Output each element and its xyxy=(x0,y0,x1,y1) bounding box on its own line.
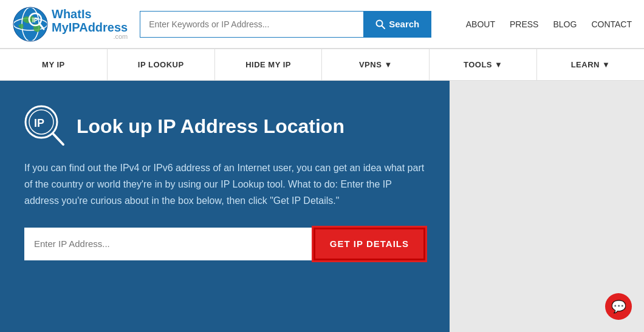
nav-tools[interactable]: TOOLS ▼ xyxy=(430,49,537,80)
svg-text:IP: IP xyxy=(32,17,38,24)
main-nav: MY IP IP LOOKUP HIDE MY IP VPNS ▼ TOOLS … xyxy=(0,49,644,81)
top-nav: ABOUT PRESS BLOG CONTACT xyxy=(466,19,632,29)
hero-description: If you can find out the IPv4 or IPv6 add… xyxy=(24,160,425,209)
search-input[interactable] xyxy=(140,11,363,38)
nav-learn[interactable]: LEARN ▼ xyxy=(537,49,644,80)
get-ip-details-button[interactable]: GET IP DETAILS xyxy=(313,228,425,260)
svg-line-8 xyxy=(382,25,385,29)
logo[interactable]: IP WhatIs MyIPAddress .com xyxy=(12,6,128,42)
nav-my-ip[interactable]: MY IP xyxy=(0,49,108,80)
ip-address-input[interactable] xyxy=(24,228,313,260)
search-bar: Search xyxy=(140,11,431,38)
nav-vpns[interactable]: VPNS ▼ xyxy=(322,49,430,80)
search-icon xyxy=(375,19,385,29)
logo-line1: WhatIs xyxy=(52,7,128,21)
hero-title: Look up IP Address Location xyxy=(77,115,344,138)
page-body: IP Look up IP Address Location If you ca… xyxy=(0,81,644,332)
nav-hide-my-ip[interactable]: HIDE MY IP xyxy=(215,49,323,80)
top-nav-contact[interactable]: CONTACT xyxy=(591,19,632,29)
nav-ip-lookup[interactable]: IP LOOKUP xyxy=(108,49,215,80)
svg-text:IP: IP xyxy=(34,117,44,129)
logo-line2: MyIPAddress xyxy=(52,21,128,34)
logo-text: WhatIs MyIPAddress .com xyxy=(52,7,128,40)
header: IP WhatIs MyIPAddress .com Search ABOUT … xyxy=(0,0,644,49)
logo-com: .com xyxy=(113,33,128,40)
search-button[interactable]: Search xyxy=(363,11,431,38)
svg-line-11 xyxy=(53,134,63,144)
support-icon: 💬 xyxy=(611,299,626,314)
top-nav-press[interactable]: PRESS xyxy=(510,19,538,29)
main-content: IP Look up IP Address Location If you ca… xyxy=(0,81,450,332)
support-button[interactable]: 💬 xyxy=(605,293,632,320)
logo-globe-icon: IP xyxy=(12,6,49,42)
hero-title-row: IP Look up IP Address Location xyxy=(24,105,425,147)
ip-lookup-icon: IP xyxy=(24,105,67,147)
ip-input-row: GET IP DETAILS xyxy=(24,228,425,260)
top-nav-blog[interactable]: BLOG xyxy=(553,19,577,29)
top-nav-about[interactable]: ABOUT xyxy=(466,19,495,29)
